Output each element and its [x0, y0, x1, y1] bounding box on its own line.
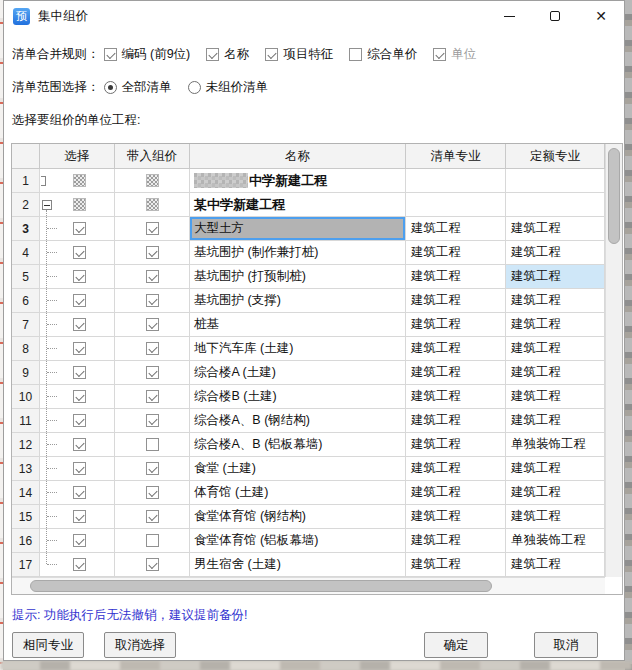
name-cell[interactable]: 基坑围护 (制作兼打桩)	[190, 241, 406, 265]
checkbox[interactable]	[349, 48, 362, 61]
bring-cell[interactable]	[115, 409, 190, 433]
name-cell[interactable]: 综合楼A、B (钢结构)	[190, 409, 406, 433]
select-cell[interactable]	[40, 265, 115, 289]
same-major-button[interactable]: 相同专业	[12, 632, 84, 658]
checkbox[interactable]	[146, 342, 159, 355]
tree-root-expander-icon[interactable]	[41, 176, 46, 186]
bring-cell[interactable]	[115, 193, 190, 217]
cancel-button[interactable]: 取消	[534, 632, 598, 658]
select-cell[interactable]	[40, 289, 115, 313]
select-cell[interactable]	[40, 337, 115, 361]
checkbox[interactable]	[73, 438, 86, 451]
list-major-cell[interactable]: 建筑工程	[406, 505, 506, 529]
quota-major-cell[interactable]: 建筑工程	[506, 337, 605, 361]
select-cell[interactable]	[40, 505, 115, 529]
checkbox[interactable]	[73, 462, 86, 475]
checkbox[interactable]	[146, 486, 159, 499]
list-major-cell[interactable]: 建筑工程	[406, 457, 506, 481]
rule-option-name[interactable]: 名称	[206, 46, 249, 63]
table-row[interactable]: 2某中学新建工程	[12, 193, 622, 217]
checkbox[interactable]	[73, 342, 86, 355]
table-row[interactable]: 13食堂 (土建)建筑工程建筑工程	[12, 457, 622, 481]
checkbox[interactable]	[146, 438, 159, 451]
list-major-cell[interactable]: 建筑工程	[406, 529, 506, 553]
table-row[interactable]: 5基坑围护 (打预制桩)建筑工程建筑工程	[12, 265, 622, 289]
table-row[interactable]: 4基坑围护 (制作兼打桩)建筑工程建筑工程	[12, 241, 622, 265]
list-major-cell[interactable]: 建筑工程	[406, 481, 506, 505]
scope-option-unpriced[interactable]: 未组价清单	[188, 79, 269, 96]
list-major-cell[interactable]: 建筑工程	[406, 313, 506, 337]
quota-major-cell[interactable]: 建筑工程	[506, 385, 605, 409]
checkbox[interactable]	[146, 390, 159, 403]
select-cell[interactable]	[40, 553, 115, 577]
checkbox[interactable]	[73, 534, 86, 547]
select-cell[interactable]	[40, 433, 115, 457]
checkbox[interactable]	[73, 390, 86, 403]
table-row[interactable]: 16食堂体育馆 (铝板幕墙)建筑工程单独装饰工程	[12, 529, 622, 553]
minimize-button[interactable]	[486, 1, 532, 31]
checkbox[interactable]	[73, 558, 86, 571]
quota-major-cell[interactable]	[506, 169, 605, 193]
name-cell[interactable]: 基坑围护 (打预制桩)	[190, 265, 406, 289]
checkbox[interactable]	[73, 510, 86, 523]
table-row[interactable]: 12综合楼A、B (铝板幕墙)建筑工程单独装饰工程	[12, 433, 622, 457]
checkbox[interactable]	[104, 48, 117, 61]
rule-option-code[interactable]: 编码 (前9位)	[104, 46, 191, 63]
list-major-cell[interactable]: 建筑工程	[406, 265, 506, 289]
checkbox[interactable]	[73, 222, 86, 235]
table-row[interactable]: 17男生宿舍 (土建)建筑工程建筑工程	[12, 553, 622, 577]
checkbox[interactable]	[146, 318, 159, 331]
checkbox[interactable]	[73, 414, 86, 427]
quota-major-cell[interactable]	[506, 193, 605, 217]
checkbox[interactable]	[146, 246, 159, 259]
name-cell[interactable]: 基坑围护 (支撑)	[190, 289, 406, 313]
name-cell[interactable]: 大型土方	[190, 217, 406, 241]
list-major-cell[interactable]: 建筑工程	[406, 409, 506, 433]
bring-cell[interactable]	[115, 553, 190, 577]
vertical-scrollbar[interactable]	[605, 144, 622, 577]
checkbox[interactable]	[73, 174, 86, 187]
name-cell[interactable]: 综合楼A (土建)	[190, 361, 406, 385]
checkbox[interactable]	[146, 534, 159, 547]
table-row[interactable]: 7桩基建筑工程建筑工程	[12, 313, 622, 337]
close-button[interactable]: ✕	[578, 1, 624, 31]
table-row[interactable]: 9综合楼A (土建)建筑工程建筑工程	[12, 361, 622, 385]
list-major-cell[interactable]: 建筑工程	[406, 433, 506, 457]
select-cell[interactable]	[40, 409, 115, 433]
name-cell[interactable]: 男生宿舍 (土建)	[190, 553, 406, 577]
bring-cell[interactable]	[115, 313, 190, 337]
checkbox[interactable]	[146, 462, 159, 475]
list-major-cell[interactable]	[406, 169, 506, 193]
select-cell[interactable]	[40, 385, 115, 409]
checkbox[interactable]	[146, 174, 159, 187]
header-rownum[interactable]	[12, 144, 40, 169]
checkbox[interactable]	[73, 198, 86, 211]
checkbox[interactable]	[206, 48, 219, 61]
collapse-minus-icon[interactable]	[42, 200, 52, 210]
list-major-cell[interactable]: 建筑工程	[406, 553, 506, 577]
table-row[interactable]: 1中学新建工程	[12, 169, 622, 193]
name-cell[interactable]: 体育馆 (土建)	[190, 481, 406, 505]
bring-cell[interactable]	[115, 505, 190, 529]
bring-cell[interactable]	[115, 457, 190, 481]
bring-cell[interactable]	[115, 433, 190, 457]
select-cell[interactable]	[40, 529, 115, 553]
bring-cell[interactable]	[115, 529, 190, 553]
bring-cell[interactable]	[115, 217, 190, 241]
checkbox[interactable]	[146, 198, 159, 211]
bring-cell[interactable]	[115, 169, 190, 193]
select-cell[interactable]	[40, 361, 115, 385]
list-major-cell[interactable]: 建筑工程	[406, 337, 506, 361]
name-cell[interactable]: 中学新建工程	[190, 169, 406, 193]
checkbox[interactable]	[73, 366, 86, 379]
scope-option-all[interactable]: 全部清单	[104, 79, 172, 96]
quota-major-cell[interactable]: 单独装饰工程	[506, 433, 605, 457]
checkbox[interactable]	[73, 318, 86, 331]
list-major-cell[interactable]: 建筑工程	[406, 241, 506, 265]
radio-icon[interactable]	[188, 81, 201, 94]
bring-cell[interactable]	[115, 265, 190, 289]
vertical-scrollbar-thumb[interactable]	[608, 148, 620, 244]
select-cell[interactable]	[40, 169, 115, 193]
quota-major-cell[interactable]: 建筑工程	[506, 289, 605, 313]
name-cell[interactable]: 食堂 (土建)	[190, 457, 406, 481]
